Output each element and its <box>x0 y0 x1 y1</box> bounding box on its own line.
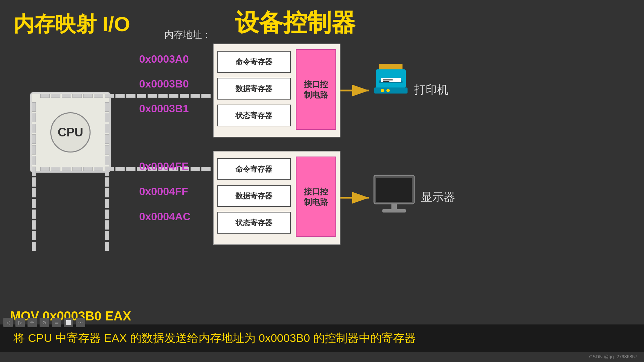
monitor-label: 显示器 <box>421 189 455 205</box>
svg-rect-3 <box>379 64 402 70</box>
addr-upper-1: 0x0003A0 <box>139 53 189 65</box>
title-right: 设备控制器 <box>235 7 356 39</box>
addr-lower-1: 0x0004FE <box>139 160 189 173</box>
svg-point-10 <box>381 89 384 92</box>
upper-cmd-register: 命令寄存器 <box>217 51 291 73</box>
title-left: 内存映射 I/O <box>13 10 130 38</box>
csdn-watermark: CSDN @qq_27986857 <box>589 354 637 359</box>
controller-upper: 命令寄存器 数据寄存器 状态寄存器 接口控制电路 <box>213 44 340 137</box>
svg-rect-15 <box>382 209 406 213</box>
svg-rect-14 <box>391 204 397 210</box>
bottom-toolbar: ◁ ▷ ✏ ⊙ ▭ ⬜ ⋯ <box>0 316 89 328</box>
printer-label: 打印机 <box>414 82 448 98</box>
toolbar-icon-5[interactable]: ▭ <box>52 318 61 327</box>
toolbar-icon-2[interactable]: ▷ <box>15 318 25 327</box>
addr-upper-3: 0x0003B1 <box>139 103 189 115</box>
toolbar-icon-7[interactable]: ⋯ <box>76 318 85 327</box>
cpu-container: CPU <box>20 80 121 184</box>
bottom-description: 将 CPU 中寄存器 EAX 的数据发送给内存地址为 0x0003B0 的控制器… <box>0 324 644 352</box>
toolbar-icon-4[interactable]: ⊙ <box>40 318 49 327</box>
monitor-icon-container <box>372 174 416 215</box>
monitor-icon <box>372 174 416 214</box>
addr-lower-3: 0x0004AC <box>139 210 191 223</box>
toolbar-icon-6[interactable]: ⬜ <box>64 318 73 327</box>
svg-rect-13 <box>376 178 412 202</box>
svg-rect-8 <box>383 81 389 82</box>
cpu-label: CPU <box>50 112 91 153</box>
mem-addr-label: 内存地址： <box>164 28 211 41</box>
lower-status-register: 状态寄存器 <box>217 212 291 234</box>
svg-point-11 <box>386 89 390 92</box>
lower-interface-circuit: 接口控制电路 <box>296 157 336 237</box>
toolbar-icon-3[interactable]: ✏ <box>28 318 37 327</box>
printer-icon-container <box>371 62 411 100</box>
upper-data-register: 数据寄存器 <box>217 78 291 100</box>
lower-cmd-register: 命令寄存器 <box>217 158 291 180</box>
printer-icon <box>371 62 411 99</box>
addr-lower-2: 0x0004FF <box>139 185 188 198</box>
cpu-chip: CPU <box>30 92 111 173</box>
svg-rect-7 <box>383 79 393 80</box>
controller-lower: 命令寄存器 数据寄存器 状态寄存器 接口控制电路 <box>213 151 340 245</box>
addr-upper-2: 0x0003B0 <box>139 78 189 90</box>
toolbar-icon-1[interactable]: ◁ <box>3 318 13 327</box>
upper-interface-circuit: 接口控制电路 <box>296 49 336 130</box>
lower-data-register: 数据寄存器 <box>217 185 291 207</box>
svg-rect-9 <box>374 87 408 94</box>
upper-status-register: 状态寄存器 <box>217 105 291 126</box>
